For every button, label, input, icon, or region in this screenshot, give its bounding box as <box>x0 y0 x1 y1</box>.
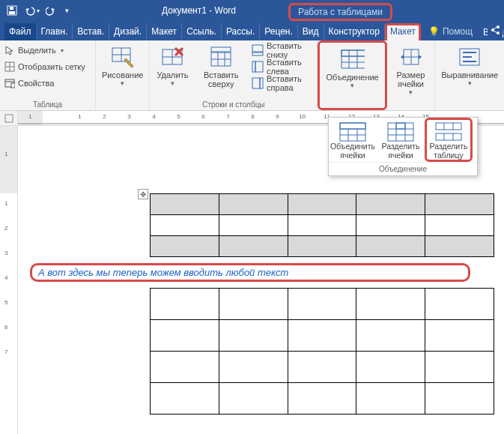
merge-dropdown-group-label: Объединение <box>329 162 477 175</box>
table-move-handle[interactable]: ✥ <box>138 189 148 199</box>
split-table-icon <box>435 122 462 142</box>
svg-rect-1 <box>9 11 15 14</box>
group-rows-cols-label: Строки и столбцы <box>153 100 314 110</box>
ribbon-tabs: Файл Главн. Встав. Дизай. Макет Ссыль. Р… <box>0 21 504 40</box>
title-bar: ▾ ▾ Документ1 - Word Работа с таблицами <box>0 0 504 21</box>
ruler-corner[interactable] <box>0 111 18 125</box>
table-row[interactable] <box>151 383 494 415</box>
merge-dropdown-button[interactable]: Объединение <box>323 44 381 97</box>
tab-pagelayout[interactable]: Макет <box>147 23 182 40</box>
merge-cells-icon <box>339 122 366 142</box>
tab-view[interactable]: Вид <box>298 23 324 40</box>
group-cell-size: Размер ячейки <box>387 40 436 110</box>
table-row[interactable] <box>151 215 494 236</box>
split-cells-button[interactable]: Разделить ячейки <box>377 118 425 162</box>
quick-access-toolbar: ▾ ▾ <box>3 2 72 19</box>
group-table-label: Таблица <box>3 100 92 110</box>
merge-cells-button[interactable]: Объединить ячейки <box>329 118 377 162</box>
redo-button[interactable] <box>42 2 60 19</box>
tab-mailings[interactable]: Рассы. <box>222 23 260 40</box>
svg-rect-29 <box>341 50 365 68</box>
group-merge: Объединение <box>318 40 386 110</box>
svg-rect-11 <box>11 83 15 88</box>
svg-rect-23 <box>252 45 263 52</box>
tab-design[interactable]: Дизай. <box>109 23 147 40</box>
table-row[interactable] <box>151 320 494 352</box>
cell-size-icon <box>399 45 423 69</box>
properties-button[interactable]: Свойства <box>3 75 87 91</box>
split-cells-icon <box>387 122 414 142</box>
insert-below-button[interactable]: Вставить снизу <box>250 42 314 58</box>
table-1[interactable] <box>150 193 494 257</box>
table-row[interactable] <box>151 194 494 215</box>
cursor-icon <box>4 45 15 55</box>
alignment-button[interactable]: Выравнивание <box>438 42 501 100</box>
share-button[interactable] <box>488 22 503 37</box>
svg-rect-26 <box>252 61 255 72</box>
tab-references[interactable]: Ссыль. <box>182 23 222 40</box>
tab-table-layout[interactable]: Макет <box>385 23 421 40</box>
merge-dropdown-panel: Объединить ячейки Разделить ячейки Разде… <box>328 117 478 176</box>
insert-right-button[interactable]: Вставить справа <box>250 75 314 91</box>
svg-rect-49 <box>340 123 365 129</box>
view-gridlines-button[interactable]: Отобразить сетку <box>3 58 87 75</box>
draw-button[interactable]: Рисование <box>99 42 146 100</box>
insert-right-icon <box>252 77 264 89</box>
insert-left-button[interactable]: Вставить слева <box>250 58 314 75</box>
insert-below-icon <box>252 44 264 56</box>
bulb-icon: 💡 <box>428 26 440 37</box>
tab-table-design[interactable]: Конструктор <box>324 23 385 40</box>
align-icon <box>458 45 482 69</box>
insert-above-button[interactable]: Вставить сверху <box>193 42 249 100</box>
table-2[interactable] <box>150 288 494 415</box>
table-row[interactable] <box>151 289 494 320</box>
window-title: Документ1 - Word <box>162 5 236 16</box>
undo-button[interactable]: ▾ <box>22 2 40 19</box>
insert-above-icon <box>209 45 233 69</box>
cell-size-button[interactable]: Размер ячейки <box>390 42 432 100</box>
insert-left-icon <box>252 61 264 73</box>
svg-rect-56 <box>436 123 461 130</box>
table-row[interactable] <box>151 352 494 383</box>
tell-me[interactable]: 💡Помощ <box>421 23 477 40</box>
tab-review[interactable]: Рецен. <box>260 23 298 40</box>
qat-customize[interactable]: ▾ <box>61 2 72 19</box>
tab-file[interactable]: Файл <box>4 23 37 40</box>
delete-icon <box>160 45 184 69</box>
svg-rect-42 <box>5 115 13 122</box>
tab-home[interactable]: Главн. <box>37 23 73 40</box>
save-button[interactable] <box>3 2 21 19</box>
svg-rect-24 <box>252 52 263 55</box>
vertical-ruler[interactable]: 1 1 2 3 4 5 6 7 <box>0 126 18 434</box>
split-table-button[interactable]: Разделить таблицу <box>425 118 473 162</box>
undo-icon <box>24 5 36 16</box>
select-button[interactable]: Выделить▾ <box>3 42 87 58</box>
svg-rect-2 <box>10 7 13 10</box>
table-row[interactable] <box>151 236 494 257</box>
redo-icon <box>46 5 56 16</box>
merge-icon <box>341 47 365 71</box>
grid-icon <box>4 61 15 72</box>
draw-table-icon <box>111 45 135 69</box>
svg-rect-28 <box>260 78 263 88</box>
group-rows-cols: Удалить Вставить сверху Вставить снизу В… <box>150 40 318 110</box>
group-draw: Рисование <box>96 40 150 110</box>
ribbon: Выделить▾ Отобразить сетку Свойства Табл… <box>0 40 504 111</box>
save-icon <box>7 5 17 16</box>
svg-rect-50 <box>388 123 413 141</box>
group-table: Выделить▾ Отобразить сетку Свойства Табл… <box>0 40 96 110</box>
group-alignment: Выравнивание <box>435 40 504 110</box>
delete-button[interactable]: Удалить <box>153 42 192 100</box>
svg-rect-55 <box>396 123 405 129</box>
contextual-tab-label: Работа с таблицами <box>288 3 392 21</box>
svg-rect-57 <box>436 133 461 140</box>
svg-rect-34 <box>341 50 365 56</box>
tab-insert[interactable]: Встав. <box>73 23 109 40</box>
svg-rect-44 <box>340 123 365 141</box>
svg-rect-25 <box>255 61 263 72</box>
caption-text[interactable]: А вот здесь мы теперь можем вводить любо… <box>30 263 470 282</box>
properties-icon <box>4 78 15 88</box>
svg-rect-22 <box>211 47 231 52</box>
svg-rect-27 <box>252 78 260 88</box>
